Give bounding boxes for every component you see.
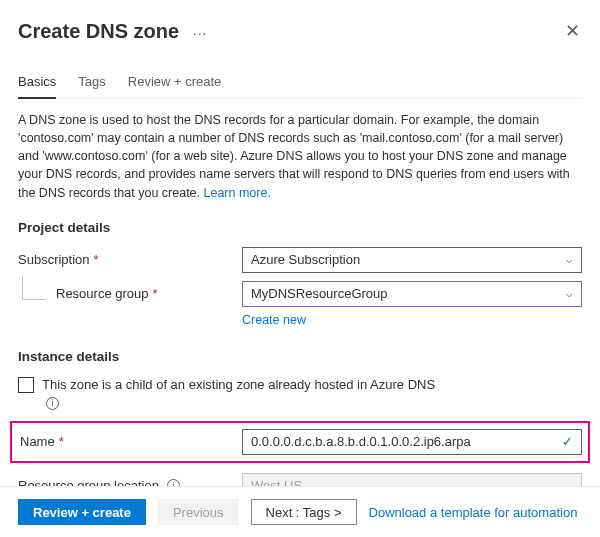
- instance-section: Instance details This zone is a child of…: [18, 349, 582, 499]
- child-zone-row: This zone is a child of an existing zone…: [18, 376, 582, 411]
- name-control: 0.0.0.0.d.c.b.a.8.b.d.0.1.0.0.2.ip6.arpa…: [242, 429, 582, 455]
- previous-button: Previous: [158, 499, 239, 525]
- indent-connector: [22, 276, 46, 300]
- child-zone-label-text: This zone is a child of an existing zone…: [42, 377, 435, 392]
- resource-group-label-text: Resource group: [56, 286, 149, 301]
- resource-group-row: Resource group * MyDNSResourceGroup ⌵: [18, 281, 582, 307]
- subscription-label: Subscription *: [18, 252, 242, 267]
- subscription-row: Subscription * Azure Subscription ⌵: [18, 247, 582, 273]
- info-icon[interactable]: i: [46, 397, 59, 410]
- close-icon[interactable]: ✕: [563, 16, 582, 46]
- resource-group-value: MyDNSResourceGroup: [251, 286, 388, 301]
- name-row-highlight: Name * 0.0.0.0.d.c.b.a.8.b.d.0.1.0.0.2.i…: [10, 421, 590, 463]
- chevron-down-icon: ⌵: [566, 253, 573, 266]
- resource-group-control: MyDNSResourceGroup ⌵: [242, 281, 582, 307]
- instance-details-heading: Instance details: [18, 349, 582, 364]
- review-create-button[interactable]: Review + create: [18, 499, 146, 525]
- child-zone-label: This zone is a child of an existing zone…: [42, 376, 442, 411]
- description: A DNS zone is used to host the DNS recor…: [18, 111, 582, 202]
- description-text: A DNS zone is used to host the DNS recor…: [18, 113, 570, 200]
- name-input[interactable]: 0.0.0.0.d.c.b.a.8.b.d.0.1.0.0.2.ip6.arpa…: [242, 429, 582, 455]
- tab-tags[interactable]: Tags: [78, 74, 105, 98]
- learn-more-link[interactable]: Learn more.: [204, 186, 271, 200]
- name-value: 0.0.0.0.d.c.b.a.8.b.d.0.1.0.0.2.ip6.arpa: [251, 434, 471, 449]
- chevron-down-icon: ⌵: [566, 287, 573, 300]
- footer: Review + create Previous Next : Tags > D…: [0, 486, 600, 537]
- download-template-link[interactable]: Download a template for automation: [369, 505, 578, 520]
- more-icon[interactable]: ···: [193, 25, 208, 41]
- tab-basics[interactable]: Basics: [18, 74, 56, 99]
- header: Create DNS zone ··· ✕: [18, 16, 582, 46]
- tabs: Basics Tags Review + create: [18, 74, 582, 99]
- child-zone-checkbox[interactable]: [18, 377, 34, 393]
- next-button[interactable]: Next : Tags >: [251, 499, 357, 525]
- resource-group-select[interactable]: MyDNSResourceGroup ⌵: [242, 281, 582, 307]
- create-new-link[interactable]: Create new: [242, 313, 306, 327]
- page-title-wrap: Create DNS zone ···: [18, 20, 207, 43]
- project-details-heading: Project details: [18, 220, 582, 235]
- valid-check-icon: ✓: [562, 434, 573, 449]
- subscription-value: Azure Subscription: [251, 252, 360, 267]
- subscription-label-text: Subscription: [18, 252, 90, 267]
- subscription-control: Azure Subscription ⌵: [242, 247, 582, 273]
- page-title: Create DNS zone: [18, 20, 179, 42]
- name-label: Name *: [18, 434, 242, 449]
- resource-group-label: Resource group *: [56, 286, 242, 301]
- name-label-text: Name: [20, 434, 55, 449]
- subscription-select[interactable]: Azure Subscription ⌵: [242, 247, 582, 273]
- required-icon: *: [94, 252, 99, 267]
- required-icon: *: [153, 286, 158, 301]
- required-icon: *: [59, 434, 64, 449]
- tab-review-create[interactable]: Review + create: [128, 74, 222, 98]
